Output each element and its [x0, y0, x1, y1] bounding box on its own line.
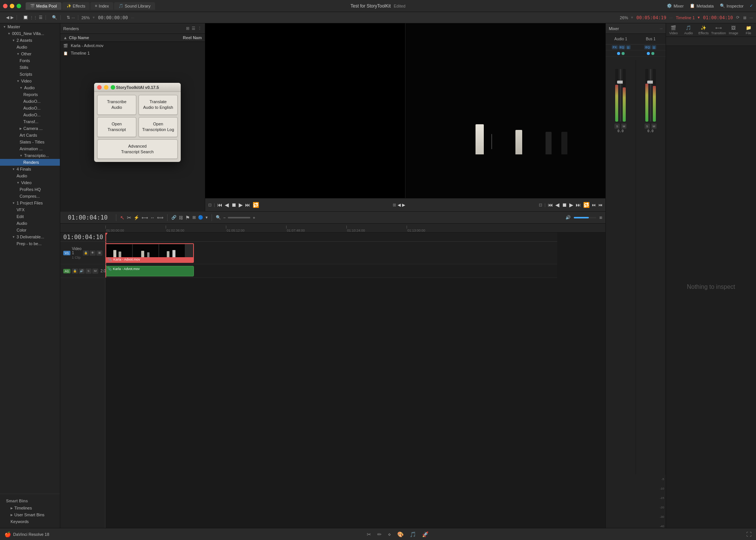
sidebar-item-camera[interactable]: ▶ Camera ... — [0, 125, 60, 132]
clip-select-icon[interactable]: ⊞ — [393, 203, 396, 207]
inspector-tab-transition[interactable]: ⟷ Transition — [711, 23, 726, 37]
close-button[interactable] — [3, 4, 8, 8]
ch2-eq-btn[interactable]: EQ — [644, 45, 651, 49]
sidebar-item-other[interactable]: ▼ Other — [0, 50, 60, 57]
flag-icon[interactable]: ⚑ — [185, 215, 190, 221]
select-tool[interactable]: ↖ — [120, 215, 125, 221]
storytoolkit-modal[interactable]: StoryToolkitAI v0.17.5 TranscribeAudio T… — [94, 83, 181, 162]
skip-end-icon-2[interactable]: ⏭ — [576, 202, 581, 208]
fullscreen-icon[interactable]: ⛶ — [746, 531, 751, 537]
forward-icon[interactable]: ▶ — [11, 15, 14, 20]
sidebar-item-vfx[interactable]: VFX — [0, 206, 60, 213]
audio-options[interactable]: ⊞ — [599, 216, 602, 220]
prev-clip-icon[interactable]: ◀ — [398, 203, 401, 207]
sidebar-item-compres[interactable]: Compres... — [0, 193, 60, 200]
inspector-tab-file[interactable]: 📁 File — [741, 23, 756, 37]
sidebar-item-deliverable[interactable]: ▼ 3 Deliverable... — [0, 233, 60, 240]
translate-audio-btn[interactable]: TranslateAudio to English — [139, 95, 178, 115]
sort-icon[interactable]: ⇅ — [67, 15, 70, 20]
a1-s-btn[interactable]: S — [85, 268, 91, 274]
sidebar-item-fonts[interactable]: Fonts — [0, 57, 60, 64]
ch1-eq-btn[interactable]: EQ — [619, 45, 625, 49]
grid-view-icon[interactable]: ⊞ — [186, 26, 189, 31]
panel-options-icon[interactable]: ⋮ — [198, 26, 202, 31]
viewer-mode-icon[interactable]: ⊡ — [208, 203, 212, 207]
mixer-btn[interactable]: ⚙️ Mixer — [667, 3, 684, 8]
settings-icon[interactable]: ··· — [750, 15, 753, 20]
slip-tool[interactable]: ⟷ — [142, 215, 148, 220]
snap-icon[interactable]: ⊞ — [192, 215, 196, 220]
a1-lock-icon[interactable]: 🔒 — [72, 268, 78, 274]
search-icon[interactable]: 🔍 — [52, 15, 57, 20]
more-icon[interactable]: ··· — [72, 15, 75, 20]
sidebar-item-finals[interactable]: ▼ 4 Finals — [0, 166, 60, 172]
link-icon[interactable]: 🔗 — [171, 215, 177, 220]
eye-icon[interactable]: 👁 — [90, 250, 96, 256]
clip-item-timeline1[interactable]: 📋 Timeline 1 — [60, 49, 205, 57]
open-transcript-btn[interactable]: OpenTranscript — [97, 117, 136, 137]
sidebar-item-animation[interactable]: Animation ... — [0, 145, 60, 152]
sidebar-item-video2[interactable]: ▼ Video — [0, 179, 60, 186]
ch1-s-btn[interactable]: S — [614, 124, 620, 129]
sidebar-item-timelines[interactable]: ▶ Timelines — [3, 505, 57, 511]
fairlight-page-icon[interactable]: 🎵 — [410, 531, 416, 537]
slide-tool[interactable]: ↔ — [150, 215, 155, 220]
sidebar-item-color[interactable]: Color — [0, 227, 60, 233]
refresh-icon[interactable]: ⟳ — [736, 15, 739, 20]
viewer-mode-icon-2[interactable]: ⊡ — [539, 203, 542, 207]
tab-media-pool[interactable]: 🎬 Media Pool — [26, 2, 61, 10]
zoom-plus[interactable]: + — [253, 215, 255, 220]
sidebar-item-audio7[interactable]: Audio — [0, 220, 60, 227]
video-clip-advot[interactable]: 📎 Karla - Advot.mov — [105, 243, 194, 263]
sidebar-item-prores[interactable]: ProRes HQ — [0, 186, 60, 193]
tab-index[interactable]: ≡ Index — [90, 2, 113, 10]
sidebar-item-slates[interactable]: Slates - Titles — [0, 139, 60, 145]
metadata-btn[interactable]: 📋 Metadata — [690, 3, 714, 8]
tab-effects[interactable]: ✨ Effects — [62, 2, 90, 10]
monitor-icon[interactable]: 🖥 — [742, 15, 747, 20]
sidebar-item-audio4[interactable]: AudioO... — [0, 105, 60, 111]
sidebar-item-user-smart-bins[interactable]: ▶ User Smart Bins — [3, 511, 57, 518]
sidebar-item-artcards[interactable]: Art Cards — [0, 132, 60, 139]
modal-maximize-btn[interactable] — [111, 85, 115, 90]
ch1-fader-track[interactable] — [620, 69, 621, 122]
deliver-page-icon[interactable]: 🚀 — [422, 531, 428, 537]
open-transcription-log-btn[interactable]: OpenTranscription Log — [139, 117, 178, 137]
sidebar-item-prep[interactable]: Prep - to be... — [0, 240, 60, 247]
ch2-s-btn[interactable]: S — [645, 124, 650, 129]
inspector-tab-image[interactable]: 🖼 Image — [726, 23, 741, 37]
ch2-fader-track[interactable] — [650, 69, 651, 122]
sidebar-item-reports[interactable]: Reports — [0, 91, 60, 98]
inspector-tab-audio[interactable]: 🎵 Audio — [681, 23, 696, 37]
skip-frame-icon[interactable]: ⏭ — [592, 203, 596, 207]
sidebar-item-scripts[interactable]: Scripts — [0, 71, 60, 78]
sidebar-item-keywords[interactable]: Keywords — [3, 518, 57, 525]
loop-icon-2[interactable]: 🔁 — [583, 202, 590, 208]
zoom-minus[interactable]: − — [223, 215, 226, 220]
ch2-m-btn[interactable]: M — [651, 124, 657, 129]
prev-frame-icon[interactable]: ◀ — [225, 202, 229, 208]
transcribe-audio-btn[interactable]: TranscribeAudio — [97, 95, 136, 115]
sidebar-item-assets[interactable]: ▼ 2 Assets — [0, 37, 60, 44]
stop-icon-2[interactable]: ⏹ — [562, 202, 567, 208]
sidebar-item-audio3[interactable]: AudioO... — [0, 98, 60, 105]
prev-frame-icon-2[interactable]: ◀ — [555, 202, 559, 208]
edit-page-icon[interactable]: ✏ — [377, 531, 382, 537]
cut-tool[interactable]: ✂ — [127, 215, 131, 221]
zoom-in-icon[interactable]: 🔍 — [216, 215, 221, 220]
fusion-page-icon[interactable]: ⋄ — [388, 531, 391, 537]
color-page-icon[interactable]: 🎨 — [397, 531, 404, 537]
tab-sound-library[interactable]: 🎵 Sound Library — [114, 2, 155, 10]
cut-page-icon[interactable]: ✂ — [367, 531, 371, 537]
chain-icon[interactable]: ⛓ — [179, 215, 183, 220]
clip-item-advot[interactable]: 🎬 Karla - Advot.mov — [60, 42, 205, 49]
list-view-icon[interactable]: ☰ — [192, 26, 195, 31]
sidebar-item-audio6[interactable]: Audio — [0, 172, 60, 179]
modal-close-btn[interactable] — [97, 85, 102, 90]
a1-eye-icon[interactable]: 🔊 — [79, 268, 85, 274]
sidebar-item-audio5[interactable]: AudioO... — [0, 111, 60, 118]
mixer-options[interactable]: ··· — [660, 27, 663, 31]
stop-icon[interactable]: ⏹ — [231, 202, 236, 208]
dynamic-trim[interactable]: ⟺ — [157, 215, 163, 220]
loop-icon[interactable]: 🔁 — [253, 202, 259, 208]
